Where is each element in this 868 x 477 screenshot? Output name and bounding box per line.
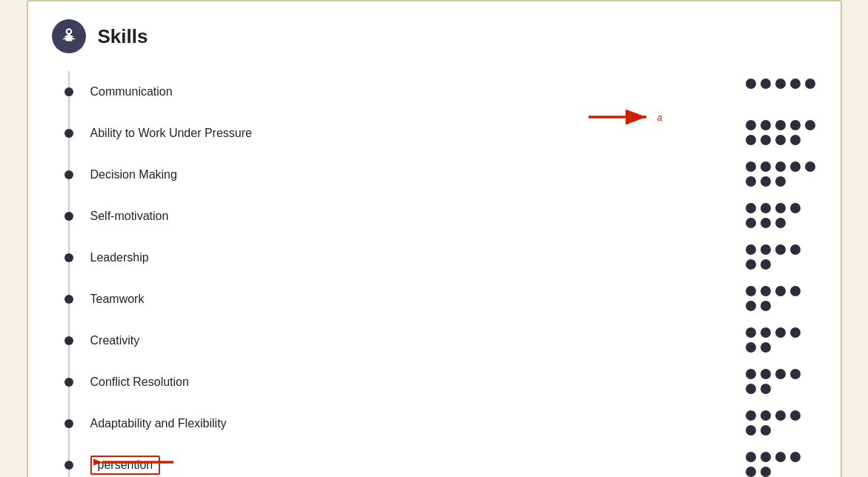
dot-filled (761, 120, 771, 130)
dot-filled (761, 218, 771, 228)
skill-left: Self-motivation (70, 210, 169, 223)
dot-filled (746, 369, 756, 379)
dot-filled (761, 327, 771, 338)
skills-card: Skills CommunicationAbility to Work Unde… (27, 0, 842, 477)
dot-filled (746, 79, 756, 89)
list-item: Leadership (70, 237, 817, 278)
dot-filled (790, 369, 801, 379)
dot-empty (790, 384, 801, 394)
dot-filled (775, 176, 786, 187)
dot-filled (790, 135, 801, 145)
right-arrow-svg (587, 105, 654, 129)
dot-empty (775, 259, 786, 270)
list-item: Communication (70, 71, 817, 113)
skills-svg-icon (59, 27, 79, 46)
dot-filled (746, 135, 756, 145)
dot-filled (775, 135, 786, 145)
dot-filled (790, 203, 801, 213)
dot-filled (805, 79, 815, 89)
dot-empty (775, 384, 786, 394)
dot-empty (805, 327, 815, 338)
skill-name: Self-motivation (90, 210, 169, 223)
dot-filled (775, 327, 786, 338)
card-header: Skills (52, 19, 817, 53)
dot-filled (746, 384, 756, 394)
dot-empty (746, 93, 756, 104)
skill-left: Adaptability and Flexibility (70, 417, 227, 430)
dot-empty (790, 467, 801, 477)
dot-empty (790, 176, 801, 187)
list-item: persention (70, 444, 817, 477)
dot-filled (775, 161, 786, 172)
skill-dots (746, 244, 817, 271)
skill-left: Decision Making (70, 168, 177, 181)
dot-empty (790, 259, 801, 270)
skill-dots (746, 369, 817, 396)
skill-name: Ability to Work Under Pressure (90, 127, 252, 140)
skill-name: Communication (90, 85, 173, 99)
list-item: Ability to Work Under Pressure (70, 113, 817, 154)
dot-filled (775, 410, 786, 421)
dot-filled (761, 384, 771, 394)
dot-filled (790, 79, 801, 89)
list-item: Teamwork (70, 278, 817, 320)
dot-empty (805, 176, 815, 187)
dot-empty (805, 259, 815, 270)
dot-filled (746, 452, 756, 462)
annotation-arrow-left (93, 449, 175, 476)
dot-empty (805, 93, 815, 104)
skill-name: Adaptability and Flexibility (90, 417, 227, 430)
skill-bullet (64, 461, 73, 470)
dot-empty (775, 93, 786, 104)
dot-filled (790, 410, 801, 421)
dot-filled (761, 467, 771, 477)
dot-empty (805, 384, 815, 394)
dot-filled (761, 244, 771, 255)
dot-empty (761, 93, 771, 104)
dot-filled (805, 161, 815, 172)
skill-bullet (64, 212, 73, 221)
dot-filled (761, 161, 771, 172)
dot-filled (746, 327, 756, 338)
dot-filled (746, 342, 756, 353)
dot-filled (761, 79, 771, 89)
dot-filled (761, 203, 771, 213)
dot-filled (761, 135, 771, 145)
left-arrow-svg (93, 449, 175, 476)
dot-empty (805, 342, 815, 353)
annotation-label: a (657, 112, 662, 123)
dot-empty (805, 410, 815, 421)
list-item: Conflict Resolution (70, 361, 817, 403)
dot-filled (805, 120, 815, 130)
dot-filled (746, 176, 756, 187)
skill-bullet (64, 170, 73, 179)
list-item: Self-motivation (70, 196, 817, 237)
dot-filled (775, 369, 786, 379)
dot-empty (805, 203, 815, 213)
dot-filled (775, 79, 786, 89)
skill-name: Decision Making (90, 168, 177, 181)
dot-filled (790, 286, 801, 296)
skill-name: Conflict Resolution (90, 376, 189, 389)
dot-filled (775, 218, 786, 228)
list-item: Decision Making (70, 154, 817, 196)
skill-left: Communication (70, 85, 173, 99)
dot-filled (746, 467, 756, 477)
dot-empty (790, 425, 801, 436)
dot-empty (805, 244, 815, 255)
dot-empty (790, 301, 801, 311)
skill-bullet (64, 129, 73, 138)
skill-dots (746, 203, 817, 230)
dot-empty (775, 342, 786, 353)
skill-dots (746, 286, 817, 313)
dot-empty (805, 135, 815, 145)
skill-name: Leadership (90, 251, 149, 264)
dot-empty (775, 467, 786, 477)
dot-filled (761, 286, 771, 296)
dot-filled (746, 218, 756, 228)
dot-filled (746, 425, 756, 436)
dot-empty (775, 301, 786, 311)
dot-filled (790, 120, 801, 130)
dot-empty (805, 369, 815, 379)
dot-empty (805, 301, 815, 311)
